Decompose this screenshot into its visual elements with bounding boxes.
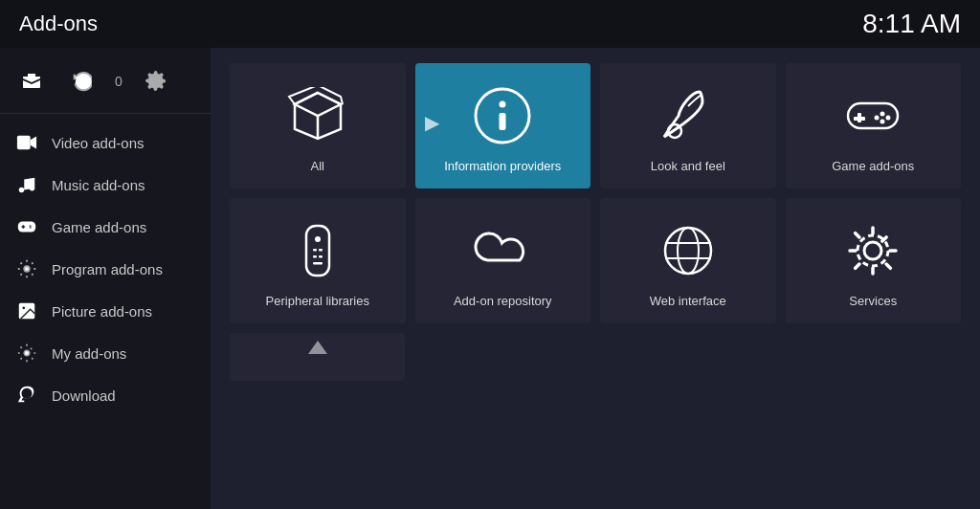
info-providers-label: Information providers (444, 159, 561, 175)
grid-item-peripheral-libraries[interactable]: Peripheral libraries (230, 198, 406, 323)
svg-point-20 (886, 116, 891, 121)
grid-item-game-add-ons[interactable]: Game add-ons (786, 63, 962, 188)
svg-point-22 (875, 116, 880, 121)
sidebar-item-music-add-ons[interactable]: Music add-ons (0, 164, 211, 206)
svg-point-13 (500, 101, 506, 108)
refresh-icon[interactable] (65, 65, 98, 98)
picture-icon (15, 299, 38, 322)
svg-point-24 (315, 236, 321, 242)
grid-item-addon-repository[interactable]: Add-on repository (415, 198, 591, 323)
svg-point-7 (22, 306, 25, 309)
grid-item-web-interface[interactable]: Web interface (600, 198, 776, 323)
svg-marker-36 (308, 341, 327, 354)
download-icon (15, 384, 38, 407)
services-label: Services (849, 294, 897, 310)
page-title: Add-ons (19, 11, 98, 36)
web-interface-label: Web interface (650, 294, 726, 310)
myaddon-icon (15, 342, 38, 365)
peripheral-libraries-label: Peripheral libraries (266, 294, 369, 310)
lookfeel-icon (655, 82, 722, 149)
grid-item-services[interactable]: Services (786, 198, 962, 323)
content-area: All Information providers ▶ (211, 48, 980, 509)
video-add-ons-label: Video add-ons (52, 135, 144, 151)
addon-repository-label: Add-on repository (454, 294, 552, 310)
svg-point-3 (30, 186, 35, 191)
sidebar-item-game-add-ons[interactable]: Game add-ons (0, 206, 211, 248)
services-gear-icon (839, 217, 906, 284)
svg-rect-4 (18, 222, 35, 232)
svg-point-34 (864, 242, 881, 259)
game-add-ons-label: Game add-ons (52, 219, 146, 235)
svg-marker-10 (295, 93, 341, 116)
sidebar-toolbar: 0 (0, 57, 211, 109)
music-icon (15, 173, 38, 196)
svg-point-2 (19, 188, 25, 193)
look-and-feel-label: Look and feel (651, 159, 725, 175)
game-add-ons-grid-label: Game add-ons (832, 159, 914, 175)
svg-point-8 (24, 350, 30, 356)
sidebar-item-program-add-ons[interactable]: Program add-ons (0, 248, 211, 290)
svg-rect-18 (854, 117, 865, 121)
category-grid: All Information providers ▶ (230, 63, 961, 323)
partial-item-1[interactable] (230, 333, 405, 381)
gamepad-icon (839, 82, 906, 149)
grid-item-look-and-feel[interactable]: Look and feel (600, 63, 776, 188)
remote-icon (284, 217, 351, 284)
update-counter: 0 (115, 74, 122, 89)
main-layout: 0 Video add-ons (0, 48, 980, 509)
all-label: All (311, 159, 324, 175)
box-icon (284, 82, 351, 149)
sidebar-item-my-add-ons[interactable]: My add-ons (0, 332, 211, 374)
svg-rect-29 (313, 262, 323, 265)
grid-item-all[interactable]: All (230, 63, 406, 188)
program-icon (15, 257, 38, 280)
svg-point-31 (678, 228, 699, 274)
program-add-ons-label: Program add-ons (52, 261, 163, 277)
picture-add-ons-label: Picture add-ons (52, 303, 152, 320)
sidebar-item-download[interactable]: Download (0, 374, 211, 416)
svg-point-19 (880, 112, 885, 117)
globe-icon (655, 217, 722, 284)
svg-point-30 (665, 228, 711, 274)
svg-rect-23 (306, 226, 329, 276)
sidebar: 0 Video add-ons (0, 48, 211, 509)
music-add-ons-label: Music add-ons (52, 177, 145, 193)
settings-icon[interactable] (140, 65, 172, 98)
cloud-icon (469, 217, 536, 284)
video-icon (15, 131, 38, 154)
download-label: Download (52, 387, 116, 404)
svg-rect-26 (319, 249, 323, 252)
svg-point-21 (880, 120, 885, 124)
my-add-ons-label: My add-ons (52, 345, 126, 362)
svg-rect-14 (500, 113, 506, 130)
addon-box-icon[interactable] (15, 65, 48, 98)
divider (0, 113, 211, 114)
sidebar-item-video-add-ons[interactable]: Video add-ons (0, 122, 211, 164)
clock: 8:11 AM (862, 9, 961, 39)
sidebar-item-picture-add-ons[interactable]: Picture add-ons (0, 290, 211, 332)
info-icon (469, 82, 536, 149)
svg-rect-16 (848, 103, 898, 128)
svg-rect-27 (313, 255, 317, 258)
header: Add-ons 8:11 AM (0, 0, 980, 48)
game-icon (15, 215, 38, 238)
svg-rect-25 (313, 249, 317, 252)
svg-rect-28 (319, 255, 323, 258)
grid-item-info-providers[interactable]: Information providers ▶ (415, 63, 591, 188)
partial-row (230, 333, 961, 381)
svg-rect-0 (17, 136, 31, 150)
svg-point-5 (24, 266, 30, 272)
svg-marker-1 (31, 137, 36, 149)
